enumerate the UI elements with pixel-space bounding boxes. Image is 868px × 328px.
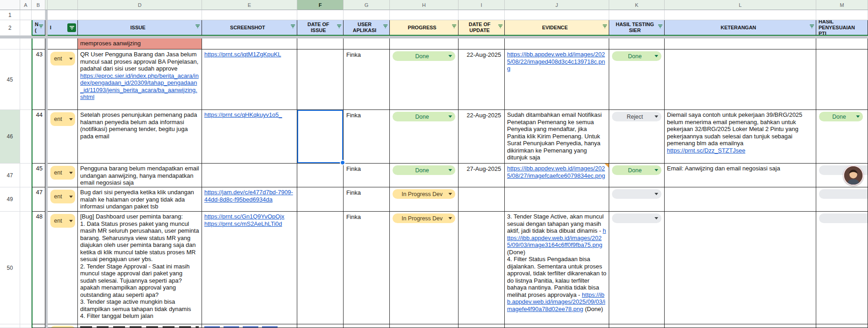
- screenshot-cell[interactable]: [202, 38, 297, 49]
- hasil-testing-sier-cell[interactable]: [609, 38, 665, 49]
- cell-L1[interactable]: [665, 10, 816, 20]
- row-header-partial[interactable]: [0, 38, 20, 49]
- issue-cell[interactable]: [78, 324, 202, 328]
- evidence-cell[interactable]: https://ibb.appdev.web.id/images/2025/08…: [505, 164, 609, 187]
- progress-cell[interactable]: [390, 38, 459, 49]
- hasil-penyesuaian-pti-cell[interactable]: [816, 49, 868, 110]
- category-chip[interactable]: ent: [50, 166, 75, 180]
- active-filter-button[interactable]: [67, 23, 76, 32]
- column-title-J[interactable]: EVIDENCE: [505, 20, 609, 36]
- pti-status-chip-cut[interactable]: [819, 189, 868, 199]
- date-of-update-cell[interactable]: [459, 212, 505, 324]
- hasil-testing-chip[interactable]: Reject: [612, 112, 661, 121]
- category-chip[interactable]: ent: [50, 52, 75, 66]
- column-header-D[interactable]: D: [78, 0, 202, 10]
- category-cell[interactable]: ent: [48, 110, 78, 164]
- column-header-M[interactable]: M: [816, 0, 868, 10]
- cell-E1[interactable]: [202, 10, 297, 20]
- pti-status-chip-cut[interactable]: [819, 213, 868, 223]
- filter-icon[interactable]: [337, 24, 342, 29]
- category-cell[interactable]: ent: [48, 187, 78, 212]
- cell-M1[interactable]: [816, 10, 868, 20]
- link[interactable]: https://prnt.sc/iqtM1ZgKpuKL: [204, 51, 281, 58]
- keterangan-cell[interactable]: [665, 49, 816, 110]
- category-cell[interactable]: [48, 38, 78, 49]
- issue-number-cell[interactable]: [32, 38, 45, 49]
- link[interactable]: https://prnt.sc/qHKqkuyv1o5_: [204, 111, 282, 118]
- column-header-J[interactable]: J: [505, 0, 609, 10]
- filter-icon[interactable]: [498, 24, 503, 29]
- hasil-testing-sier-cell[interactable]: [609, 187, 665, 212]
- cell-A[interactable]: [20, 38, 32, 49]
- user-aplikasi-cell[interactable]: [344, 38, 390, 49]
- column-title-G[interactable]: USER APLIKASI: [344, 20, 390, 36]
- hasil-testing-sier-cell[interactable]: [609, 324, 665, 328]
- hasil-penyesuaian-pti-cell[interactable]: [816, 38, 868, 49]
- hasil-testing-chip[interactable]: [612, 189, 661, 199]
- link[interactable]: https://ibb.appdev.web.id/images/2025/08…: [507, 165, 605, 179]
- user-aplikasi-cell[interactable]: Finka: [344, 110, 390, 164]
- column-title-B[interactable]: N (: [32, 20, 45, 36]
- screenshot-cell[interactable]: [202, 324, 297, 328]
- progress-chip[interactable]: In Progress Dev: [393, 213, 455, 223]
- filter-icon[interactable]: [809, 24, 814, 29]
- hasil-penyesuaian-pti-cell[interactable]: Done: [816, 110, 868, 164]
- progress-chip[interactable]: In Progress Dev: [393, 189, 455, 199]
- date-of-update-cell[interactable]: [459, 324, 505, 328]
- keterangan-cell[interactable]: [665, 324, 816, 328]
- hasil-testing-sier-cell[interactable]: Done: [609, 49, 665, 110]
- issue-number-cell[interactable]: 47: [32, 187, 45, 212]
- date-of-update-cell[interactable]: 27-Aug-2025: [459, 164, 505, 187]
- issue-number-cell[interactable]: 48: [32, 212, 45, 324]
- date-of-issue-cell[interactable]: [297, 38, 344, 49]
- hasil-penyesuaian-pti-cell[interactable]: [816, 212, 868, 324]
- hasil-testing-sier-cell[interactable]: Done: [609, 164, 665, 187]
- keterangan-cell[interactable]: Email: Aanwijzing dan email negosiasi sa…: [665, 164, 816, 187]
- evidence-cell[interactable]: [505, 324, 609, 328]
- screenshot-cell[interactable]: [202, 164, 297, 187]
- keterangan-cell[interactable]: Diemail saya contoh untuk pekerjaan 39/B…: [665, 110, 816, 164]
- cell-I1[interactable]: [459, 10, 505, 20]
- filter-icon[interactable]: [383, 24, 388, 29]
- column-title-F[interactable]: DATE OF ISSUE: [297, 20, 344, 36]
- hasil-penyesuaian-pti-cell[interactable]: [816, 187, 868, 212]
- column-header-F[interactable]: F: [297, 0, 344, 10]
- user-aplikasi-cell[interactable]: Finka: [344, 49, 390, 110]
- row-header-1[interactable]: 1: [0, 10, 20, 20]
- issue-cell[interactable]: Setelah proses penunjukan pemenang pada …: [78, 110, 202, 164]
- link[interactable]: https://prnt.sc/mS2AeLhLTi0d: [204, 220, 282, 227]
- column-header-I[interactable]: I: [459, 0, 505, 10]
- progress-chip[interactable]: Done: [393, 165, 455, 175]
- issue-cell[interactable]: QR User Pengguna Barang dan Jasa belum m…: [78, 49, 202, 110]
- column-title-H[interactable]: PROGRESS: [390, 20, 459, 36]
- column-header-A[interactable]: A: [20, 0, 32, 10]
- date-of-issue-cell[interactable]: [297, 49, 344, 110]
- evidence-cell[interactable]: Sudah ditambahkan email Notifikasi Penet…: [505, 110, 609, 164]
- link[interactable]: https://ibb.appdev.web.id/images/2025/08…: [507, 51, 605, 72]
- progress-chip[interactable]: Done: [393, 112, 455, 121]
- filter-icon[interactable]: [452, 24, 457, 29]
- user-aplikasi-cell[interactable]: Finka: [344, 187, 390, 212]
- row-header-partial[interactable]: [0, 324, 20, 328]
- issue-number-cell[interactable]: 44: [32, 110, 45, 164]
- screenshot-cell[interactable]: https://jam.dev/c/e477d7bd-7909-44dd-8d8…: [202, 187, 297, 212]
- progress-chip[interactable]: Done: [393, 51, 455, 61]
- progress-cell[interactable]: Done: [390, 49, 459, 110]
- evidence-cell[interactable]: [505, 38, 609, 49]
- selected-cell[interactable]: [297, 110, 344, 164]
- hasil-testing-sier-cell[interactable]: [609, 212, 665, 324]
- date-of-update-cell[interactable]: [459, 38, 505, 49]
- category-cell[interactable]: ent: [48, 212, 78, 324]
- evidence-cell[interactable]: 3. Tender Stage Active, akan muncul sesu…: [505, 212, 609, 324]
- issue-cell[interactable]: Pengguna barang belum mendapatkan email …: [78, 164, 202, 187]
- column-title-E[interactable]: SCREENSHOT: [202, 20, 297, 36]
- evidence-cell[interactable]: [505, 187, 609, 212]
- user-aplikasi-cell[interactable]: Finka: [344, 212, 390, 324]
- cell-A49[interactable]: [20, 187, 32, 212]
- column-title-I[interactable]: DATE OF UPDATE: [459, 20, 505, 36]
- filter-icon[interactable]: [38, 24, 44, 29]
- cell-A45[interactable]: [20, 49, 32, 110]
- hasil-testing-chip[interactable]: [612, 213, 661, 223]
- issue-cell[interactable]: memproses aanwijzing: [78, 38, 202, 49]
- cell-A2[interactable]: [20, 20, 32, 36]
